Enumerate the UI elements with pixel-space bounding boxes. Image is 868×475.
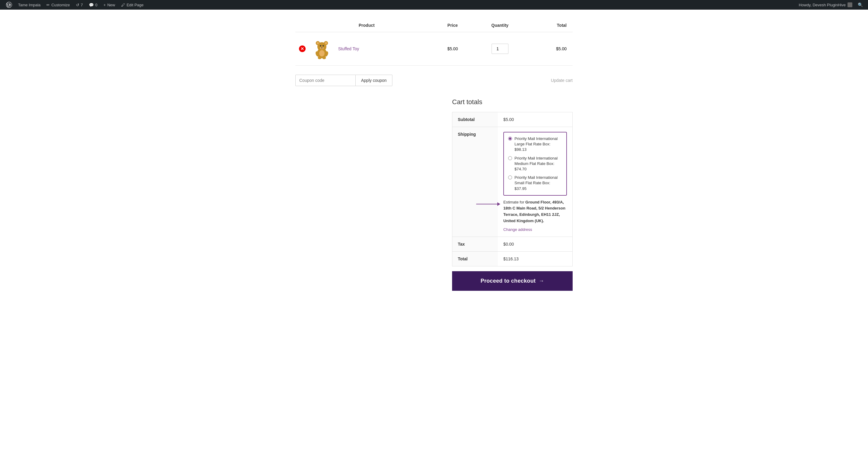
totals-table: Subtotal $5.00 Shipping Priority Mail In… (452, 112, 572, 266)
cart-totals-wrapper: Cart totals Subtotal $5.00 Shipping (296, 98, 572, 291)
shipping-options-box: Priority Mail International Large Flat R… (503, 132, 567, 196)
table-row: ✕ (296, 32, 572, 66)
col-header-quantity: Quantity (472, 19, 527, 32)
customize-item[interactable]: ✏ Customize (43, 0, 73, 10)
shipping-label-2: Priority Mail International Medium Flat … (515, 156, 562, 172)
shipping-label: Shipping (453, 127, 498, 237)
cart-table-header-row: Product Price Quantity Total (296, 19, 572, 32)
new-icon: + (103, 3, 106, 7)
svg-point-13 (318, 57, 321, 59)
arrow-annotation (476, 202, 500, 206)
customize-label: Customize (51, 3, 70, 7)
shipping-option-3: Priority Mail International Small Flat R… (508, 175, 562, 192)
checkout-button[interactable]: Proceed to checkout → (452, 271, 572, 291)
new-label: New (107, 3, 115, 7)
tax-label: Tax (453, 237, 498, 251)
col-header-price: Price (433, 19, 472, 32)
apply-coupon-button[interactable]: Apply coupon (355, 75, 393, 86)
product-name-cell: Stuffed Toy (335, 32, 433, 66)
bear-image (313, 38, 331, 59)
remove-cell: ✕ (296, 32, 309, 66)
product-total-cell: $5.00 (527, 32, 572, 66)
wp-logo-item[interactable] (3, 0, 15, 10)
product-price-cell: $5.00 (433, 32, 472, 66)
howdy-label: Howdy, Devesh PluginHive (799, 3, 846, 7)
product-image (313, 38, 331, 59)
edit-page-item[interactable]: 🖊 Edit Page (118, 0, 147, 10)
edit-icon: 🖊 (121, 3, 125, 7)
change-address-link[interactable]: Change address (503, 227, 532, 232)
cart-totals-title: Cart totals (452, 98, 572, 106)
svg-point-7 (322, 45, 324, 47)
svg-point-3 (317, 42, 319, 44)
edit-page-label: Edit Page (127, 3, 144, 7)
site-name-item[interactable]: Tame Impala (15, 0, 43, 10)
update-cart-button[interactable]: Update cart (551, 78, 572, 83)
svg-point-10 (319, 50, 324, 57)
revisions-count: 7 (81, 3, 83, 7)
admin-bar: Tame Impala ✏ Customize ↺ 7 💬 0 + New 🖊 … (0, 0, 868, 10)
col-header-image (309, 19, 335, 32)
remove-item-button[interactable]: ✕ (299, 45, 306, 52)
customize-icon: ✏ (46, 3, 50, 7)
svg-point-14 (322, 57, 326, 59)
product-price: $5.00 (447, 46, 458, 51)
svg-point-6 (320, 45, 321, 47)
col-header-total: Total (527, 19, 572, 32)
checkout-button-label: Proceed to checkout (480, 278, 535, 284)
howdy-text[interactable]: Howdy, Devesh PluginHive (796, 2, 855, 7)
estimate-prefix: Estimate for (503, 200, 525, 204)
wp-logo-icon (6, 2, 12, 8)
tax-value: $0.00 (498, 237, 572, 251)
search-icon[interactable]: 🔍 (855, 0, 865, 10)
comments-icon: 💬 (89, 3, 94, 7)
total-label: Total (453, 251, 498, 266)
product-quantity-cell (472, 32, 527, 66)
revisions-icon: ↺ (76, 3, 79, 7)
subtotal-value: $5.00 (498, 112, 572, 127)
cart-actions: Apply coupon Update cart (296, 75, 572, 86)
product-name-link[interactable]: Stuffed Toy (338, 46, 359, 51)
shipping-radio-1[interactable] (508, 137, 512, 141)
arrow-line (476, 204, 497, 204)
revisions-item[interactable]: ↺ 7 (73, 0, 86, 10)
shipping-option-1: Priority Mail International Large Flat R… (508, 136, 562, 152)
tax-row: Tax $0.00 (453, 237, 572, 251)
page-wrapper: Product Price Quantity Total ✕ (0, 10, 868, 475)
site-name-label: Tame Impala (18, 3, 40, 7)
product-total: $5.00 (556, 46, 567, 51)
shipping-radio-3[interactable] (508, 175, 512, 179)
shipping-radio-2[interactable] (508, 156, 512, 160)
total-row: Total $116.13 (453, 251, 572, 266)
col-header-remove (296, 19, 309, 32)
svg-point-5 (325, 42, 327, 44)
shipping-label-3: Priority Mail International Small Flat R… (515, 175, 562, 192)
shipping-estimate-row: Estimate for Ground Floor, 493/A, 18th C… (503, 199, 567, 232)
estimate-text: Estimate for Ground Floor, 493/A, 18th C… (503, 199, 567, 224)
product-image-cell (309, 32, 335, 66)
shipping-cell: Priority Mail International Large Flat R… (498, 127, 572, 237)
adminbar-right: Howdy, Devesh PluginHive 🔍 (796, 0, 865, 10)
user-avatar (847, 2, 852, 7)
subtotal-row: Subtotal $5.00 (453, 112, 572, 127)
subtotal-label: Subtotal (453, 112, 498, 127)
svg-point-9 (321, 47, 322, 48)
total-value: $116.13 (498, 251, 572, 266)
col-header-product: Product (335, 19, 433, 32)
shipping-option-2: Priority Mail International Medium Flat … (508, 156, 562, 172)
cart-totals: Cart totals Subtotal $5.00 Shipping (452, 98, 572, 291)
shipping-label-1: Priority Mail International Large Flat R… (515, 136, 562, 152)
comments-count: 0 (95, 3, 97, 7)
coupon-input[interactable] (296, 75, 355, 86)
comments-item[interactable]: 💬 0 (86, 0, 100, 10)
shipping-row: Shipping Priority Mail International Lar… (453, 127, 572, 237)
new-item[interactable]: + New (100, 0, 118, 10)
cart-container: Product Price Quantity Total ✕ (289, 19, 579, 291)
checkout-btn-wrapper: Proceed to checkout → (452, 271, 572, 291)
checkout-arrow-icon: → (538, 278, 544, 284)
arrow-head (497, 202, 500, 206)
cart-table: Product Price Quantity Total ✕ (296, 19, 572, 66)
quantity-input[interactable] (492, 44, 508, 54)
